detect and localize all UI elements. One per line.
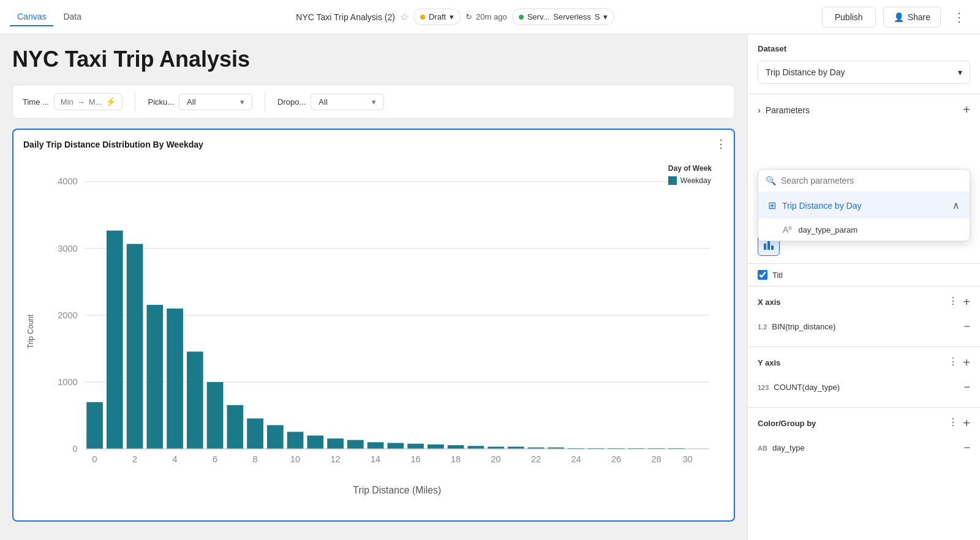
bar-3 (146, 305, 163, 449)
share-label: Share (908, 12, 930, 22)
svg-text:22: 22 (531, 454, 541, 464)
pickup-filter: Picku... All ▾ (148, 94, 252, 110)
color-group-more-icon[interactable]: ⋮ (948, 416, 958, 430)
bar-4 (167, 309, 183, 449)
table-icon: ⊞ (768, 200, 776, 211)
bar-5 (187, 351, 203, 449)
dropoff-filter-select[interactable]: All ▾ (311, 94, 384, 110)
time-filter: Time ... Min → M... ⚡ (23, 93, 123, 110)
bar-7 (227, 405, 243, 449)
server-short-label: S (595, 12, 600, 21)
time-filter-label: Time ... (23, 97, 49, 107)
server-badge[interactable]: Serv... Serverless S ▾ (512, 9, 615, 25)
dataset-section-header: Dataset (758, 44, 970, 53)
svg-text:14: 14 (371, 454, 380, 464)
bar-12 (327, 438, 344, 449)
publish-button[interactable]: Publish (822, 7, 876, 28)
legend-label-weekday: Weekday (680, 176, 711, 185)
dataset-section: Dataset Trip Distance by Day ▾ (748, 34, 980, 94)
share-button[interactable]: 👤 Share (883, 7, 941, 28)
y-axis-add-icon[interactable]: + (963, 356, 970, 370)
parameters-header: › Parameters + (748, 94, 980, 126)
parameters-toggle[interactable]: › Parameters (758, 105, 810, 115)
svg-text:16: 16 (410, 454, 420, 464)
document-title: NYC Taxi Trip Analysis (2) (296, 12, 395, 22)
document-title-area: NYC Taxi Trip Analysis (2) ☆ Draft ▾ ↻ 2… (96, 9, 815, 25)
svg-rect-30 (771, 246, 774, 250)
x-axis-remove-icon[interactable]: − (963, 320, 970, 333)
pickup-filter-label: Picku... (148, 97, 174, 107)
parameters-search-input[interactable] (781, 176, 962, 186)
color-group-item: AB day_type − (758, 437, 970, 459)
page-title: NYC Taxi Trip Analysis (12, 47, 735, 72)
nav-tabs: Canvas Data (10, 8, 89, 26)
time-max-label: M... (89, 97, 102, 107)
x-axis-title: X axis (758, 298, 781, 307)
share-icon: 👤 (894, 12, 904, 22)
y-axis-remove-icon[interactable]: − (963, 381, 970, 394)
draft-badge[interactable]: Draft ▾ (413, 9, 461, 25)
tab-data[interactable]: Data (56, 8, 89, 26)
x-axis-more-icon[interactable]: ⋮ (948, 295, 958, 309)
dataset-dropdown[interactable]: Trip Distance by Day ▾ (758, 61, 970, 84)
color-group-add-icon[interactable]: + (963, 416, 970, 430)
title-checkbox[interactable] (758, 270, 767, 280)
y-axis-more-icon[interactable]: ⋮ (948, 356, 958, 370)
svg-text:12: 12 (330, 454, 340, 464)
x-axis-header: X axis ⋮ + (758, 295, 970, 309)
top-nav: Canvas Data NYC Taxi Trip Analysis (2) ☆… (0, 0, 980, 34)
params-item-label: Trip Distance by Day (782, 201, 861, 211)
more-options-icon[interactable]: ⋮ (948, 7, 970, 27)
bar-2 (127, 244, 143, 449)
y-axis-header: Y axis ⋮ + (758, 356, 970, 370)
svg-text:1000: 1000 (58, 377, 77, 387)
title-checkbox-label: Titl (772, 271, 783, 280)
color-group-section: Color/Group by ⋮ + AB day_type − (748, 408, 980, 468)
svg-text:0: 0 (73, 444, 78, 454)
svg-rect-29 (767, 241, 770, 250)
chart-card: Daily Trip Distance Distribution By Week… (12, 129, 735, 522)
color-group-type-badge: AB (758, 444, 767, 452)
chart-title: Daily Trip Distance Distribution By Week… (23, 140, 724, 149)
x-axis-item-left: 1.2 BIN(trip_distance) (758, 322, 835, 331)
bar-10 (287, 432, 304, 449)
bolt-icon: ⚡ (105, 97, 116, 107)
bar-17 (428, 444, 444, 449)
svg-text:2000: 2000 (58, 310, 77, 320)
bar-0 (86, 402, 103, 449)
svg-text:4: 4 (173, 454, 178, 464)
chart-svg: 4000 3000 2000 1000 0 (40, 152, 724, 508)
dropoff-filter: Dropo... All ▾ (277, 94, 384, 110)
time-filter-min[interactable]: Min → M... ⚡ (54, 93, 123, 110)
filter-divider-2 (265, 92, 265, 111)
bar-6 (207, 382, 224, 449)
arrow-icon: → (77, 97, 85, 107)
chart-inner: Day of Week Weekday (40, 152, 724, 511)
color-group-item-label: day_type (772, 443, 805, 452)
bar-19 (467, 446, 484, 449)
params-collapse-icon[interactable]: ∧ (952, 200, 960, 211)
params-sub-label: day_type_param (798, 225, 858, 234)
chart-options-icon[interactable]: ⋮ (715, 137, 726, 151)
bar-1 (107, 231, 123, 449)
svg-text:24: 24 (571, 454, 581, 464)
x-axis-add-icon[interactable]: + (963, 295, 970, 309)
svg-text:3000: 3000 (58, 244, 77, 253)
bar-8 (247, 418, 263, 449)
params-sub-item[interactable]: Aᴮ day_type_param (758, 219, 970, 241)
title-row: Titl (748, 264, 980, 287)
parameters-add-icon[interactable]: + (963, 103, 970, 117)
x-axis-type-badge: 1.2 (758, 323, 767, 331)
params-dropdown-item[interactable]: ⊞ Trip Distance by Day ∧ (758, 192, 970, 219)
bar-11 (307, 435, 323, 449)
pickup-filter-select[interactable]: All ▾ (179, 94, 252, 110)
color-group-header: Color/Group by ⋮ + (758, 416, 970, 430)
time-label: 20m ago (476, 12, 507, 21)
star-icon[interactable]: ☆ (400, 11, 409, 23)
tab-canvas[interactable]: Canvas (10, 8, 53, 26)
y-axis-label: Trip Count (23, 152, 38, 511)
x-axis-section: X axis ⋮ + 1.2 BIN(trip_distance) − (748, 287, 980, 347)
color-group-remove-icon[interactable]: − (963, 441, 970, 454)
draft-chevron-icon: ▾ (450, 12, 454, 21)
draft-label: Draft (429, 12, 446, 21)
